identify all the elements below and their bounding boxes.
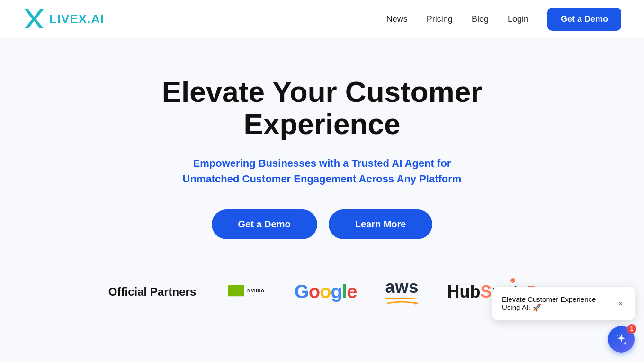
- partner-google: Google: [295, 281, 357, 302]
- hero-subtitle-line1: Empowering Businesses with a Trusted AI …: [193, 157, 451, 169]
- nav-item-blog[interactable]: Blog: [472, 14, 489, 24]
- navbar: LIVEX.AI News Pricing Blog Login Get a D…: [0, 0, 644, 38]
- chat-popup: Elevate Customer Experience Using AI. 🚀 …: [492, 287, 635, 320]
- hero-buttons: Get a Demo Learn More: [212, 209, 433, 239]
- chat-bubble: Elevate Customer Experience Using AI. 🚀 …: [492, 287, 635, 353]
- logo[interactable]: LIVEX.AI: [23, 8, 104, 30]
- chat-close-button[interactable]: ×: [616, 299, 625, 308]
- chat-open-button[interactable]: 1: [608, 326, 635, 353]
- chat-popup-text: Elevate Customer Experience Using AI. 🚀: [502, 295, 610, 312]
- hero-get-demo-button[interactable]: Get a Demo: [212, 209, 317, 239]
- svg-text:.: .: [245, 295, 247, 298]
- chat-icon: [615, 333, 628, 346]
- hero-learn-more-button[interactable]: Learn More: [329, 209, 433, 239]
- svg-text:NVIDIA: NVIDIA: [247, 288, 264, 293]
- partner-nvidia: NVIDIA .: [228, 280, 266, 304]
- partner-aws: aws: [385, 277, 419, 306]
- hero-subtitle-line2: Unmatched Customer Engagement Across Any…: [183, 173, 462, 185]
- hero-subtitle: Empowering Businesses with a Trusted AI …: [183, 155, 462, 187]
- logo-text: LIVEX.AI: [49, 12, 104, 27]
- hero-title: Elevate Your Customer Experience: [109, 76, 535, 140]
- svg-marker-6: [415, 302, 419, 305]
- nav-item-news[interactable]: News: [386, 14, 408, 24]
- nav-item-pricing[interactable]: Pricing: [427, 14, 453, 24]
- nav-get-demo-button[interactable]: Get a Demo: [547, 8, 621, 31]
- nav-links: News Pricing Blog Login Get a Demo: [386, 8, 621, 31]
- svg-rect-3: [229, 286, 243, 296]
- svg-marker-0: [25, 9, 44, 28]
- nav-item-login[interactable]: Login: [508, 14, 528, 24]
- partners-label: Official Partners: [105, 285, 200, 299]
- chat-badge: 1: [627, 324, 636, 334]
